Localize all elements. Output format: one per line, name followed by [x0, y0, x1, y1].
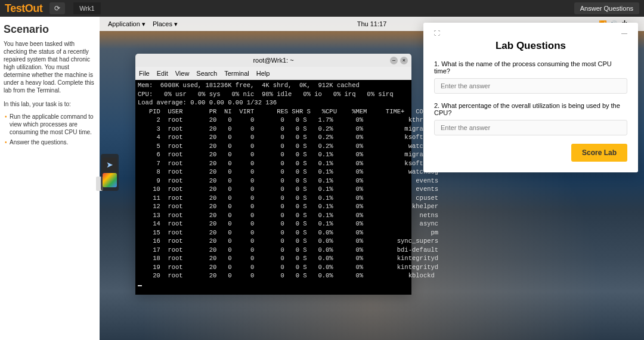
desktop: Application ▾ Places ▾ Thu 11:17 📶 🔊 ⏻ ▾…	[100, 17, 644, 340]
top-bar: TestOut ⟳ Wrk1 Answer Questions	[0, 0, 644, 17]
questions-panel: ⛶ — Lab Questions 1. What is the name of…	[423, 23, 638, 172]
terminal-title: root@Wrk1: ~	[253, 57, 293, 64]
terminal-menubar: File Edit View Search Terminal Help	[135, 67, 411, 80]
close-button[interactable]: ×	[400, 57, 408, 64]
tab-wrk1[interactable]: Wrk1	[73, 2, 100, 14]
dock-chrome[interactable]	[103, 173, 117, 187]
answer-input-1[interactable]	[434, 78, 627, 94]
dock: ➤	[101, 154, 119, 191]
question-2: 2. What percentage of the overall utiliz…	[434, 102, 627, 116]
task-list: Run the applicable command to view which…	[4, 113, 96, 146]
clock: Thu 11:17	[357, 20, 387, 27]
terminal-body[interactable]: Mem: 6008K used, 181236K free, 4K shrd, …	[135, 80, 411, 295]
term-menu-search[interactable]: Search	[196, 70, 217, 77]
refresh-icon: ⟳	[54, 4, 60, 13]
question-1: 1. What is the name of the process consu…	[434, 60, 627, 75]
task-intro: In this lab, your task is to:	[4, 100, 96, 108]
term-menu-edit[interactable]: Edit	[157, 70, 168, 77]
answer-questions-button[interactable]: Answer Questions	[574, 2, 639, 14]
task-item: Answer the questions.	[4, 138, 96, 146]
answer-input-2[interactable]	[434, 120, 627, 135]
main: Scenario You have been tasked with check…	[0, 17, 644, 340]
scenario-panel: Scenario You have been tasked with check…	[0, 17, 100, 340]
terminal-window: root@Wrk1: ~ – × File Edit View Search T…	[135, 54, 411, 295]
term-menu-terminal[interactable]: Terminal	[224, 70, 249, 77]
term-menu-help[interactable]: Help	[256, 70, 270, 77]
scenario-text: You have been tasked with checking the s…	[4, 40, 96, 94]
logo: TestOut	[5, 2, 42, 15]
term-menu-file[interactable]: File	[139, 70, 150, 77]
menu-places[interactable]: Places ▾	[149, 20, 181, 28]
task-item: Run the applicable command to view which…	[4, 113, 96, 136]
scenario-title: Scenario	[4, 23, 96, 36]
minimize-icon[interactable]: —	[621, 30, 627, 36]
minimize-button[interactable]: –	[390, 57, 398, 64]
terminal-titlebar[interactable]: root@Wrk1: ~ – ×	[135, 54, 411, 67]
questions-title: Lab Questions	[434, 40, 627, 52]
refresh-button[interactable]: ⟳	[49, 2, 65, 14]
score-lab-button[interactable]: Score Lab	[571, 144, 627, 162]
terminal-cursor	[138, 285, 142, 286]
term-menu-view[interactable]: View	[175, 70, 190, 77]
dock-terminal[interactable]: ➤	[103, 157, 117, 172]
expand-icon[interactable]: ⛶	[434, 30, 440, 36]
menu-application[interactable]: Application ▾	[104, 20, 149, 28]
